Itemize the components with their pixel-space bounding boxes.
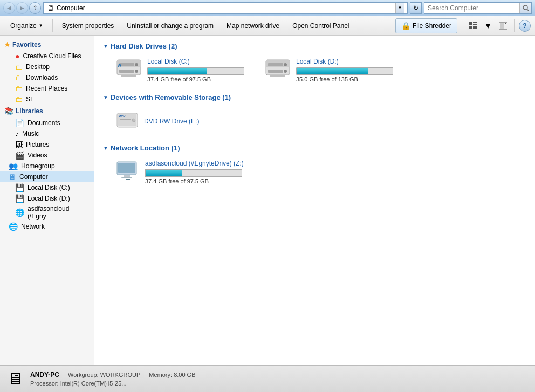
status-computer-icon: 🖥 <box>6 369 24 389</box>
pictures-label: Pictures <box>26 141 49 148</box>
drive-d-name: Local Disk (D:) <box>296 58 393 65</box>
favorites-star-icon: ★ <box>4 41 10 49</box>
svg-rect-3 <box>473 22 477 23</box>
view-options-button[interactable] <box>467 19 479 32</box>
file-shredder-button[interactable]: 🔒 File Shredder <box>395 18 457 33</box>
svg-rect-10 <box>505 23 506 24</box>
view-dropdown-button[interactable]: ▼ <box>482 19 495 32</box>
drive-d-icon <box>265 58 291 80</box>
homegroup-label: Homegroup <box>21 162 55 170</box>
svg-rect-30 <box>120 119 131 120</box>
network-section-title: Network Location (1) <box>111 144 180 152</box>
address-dropdown-button[interactable]: ▼ <box>395 3 404 13</box>
network-label: Network <box>21 223 45 230</box>
map-network-button[interactable]: Map network drive <box>221 18 285 33</box>
sidebar-item-local-d[interactable]: 💾 Local Disk (D:) <box>0 193 94 204</box>
sidebar-item-egny[interactable]: 🌐 asdfasoncloud (\Egny <box>0 204 94 221</box>
downloads-folder-icon: 🗀 <box>15 73 23 82</box>
documents-icon: 📄 <box>15 119 24 127</box>
removable-section-header[interactable]: ▼ Devices with Removable Storage (1) <box>103 91 526 105</box>
homegroup-icon: 👥 <box>9 162 18 170</box>
svg-rect-23 <box>268 63 283 66</box>
up-button[interactable]: ⇧ <box>29 2 41 14</box>
open-control-panel-button[interactable]: Open Control Panel <box>286 18 355 33</box>
svg-rect-37 <box>121 177 132 178</box>
drive-c-icon: W <box>116 58 142 80</box>
preview-button[interactable] <box>497 19 510 32</box>
sidebar-item-local-c[interactable]: 💾 Local Disk (C:) <box>0 182 94 193</box>
downloads-label: Downloads <box>26 74 58 81</box>
desktop-folder-icon: 🗀 <box>15 63 23 71</box>
sidebar-item-downloads[interactable]: 🗀 Downloads <box>0 72 94 83</box>
sidebar-libraries-header[interactable]: 📚 Libraries <box>0 105 94 118</box>
forward-button[interactable]: ▶ <box>16 2 28 14</box>
hard-disk-section-header[interactable]: ▼ Hard Disk Drives (2) <box>103 40 526 53</box>
toolbar-right: 🔒 File Shredder ▼ ? <box>395 18 531 33</box>
recent-places-label: Recent Places <box>26 85 67 92</box>
sidebar-item-documents[interactable]: 📄 Documents <box>0 118 94 128</box>
svg-rect-35 <box>118 163 135 173</box>
sidebar-item-homegroup[interactable]: 👥 Homegroup <box>0 161 94 171</box>
organize-label: Organize <box>10 22 37 30</box>
egny-label: asdfasoncloud (\Egny <box>28 205 90 220</box>
system-properties-button[interactable]: System properties <box>56 18 120 33</box>
uninstall-button[interactable]: Uninstall or change a program <box>121 18 220 33</box>
favorites-label: Favorites <box>12 41 41 49</box>
local-c-icon: 💾 <box>15 183 24 192</box>
search-bar[interactable] <box>424 2 532 14</box>
sidebar-item-pictures[interactable]: 🖼 Pictures <box>0 139 94 150</box>
dvd-drive-item[interactable]: DVD DVD RW Drive (E:) <box>114 107 276 135</box>
svg-point-32 <box>132 119 135 122</box>
svg-point-15 <box>135 63 138 66</box>
main-area: ★ Favorites ● Creative Cloud Files 🗀 Des… <box>0 36 535 365</box>
pictures-icon: 🖼 <box>15 140 23 149</box>
removable-arrow: ▼ <box>103 94 108 100</box>
sidebar-item-music[interactable]: ♪ Music <box>0 128 94 139</box>
svg-text:DVD: DVD <box>119 114 126 118</box>
help-button[interactable]: ? <box>519 20 531 32</box>
svg-text:W: W <box>118 64 121 67</box>
sidebar-item-videos[interactable]: 🎬 Videos <box>0 150 94 161</box>
drive-c-progress-container <box>147 67 244 75</box>
network-drive-name: asdfasoncloud (\\EgnyteDrive) (Z:) <box>145 160 244 167</box>
svg-rect-4 <box>473 24 477 25</box>
drive-d-item[interactable]: Local Disk (D:) 35.0 GB free of 135 GB <box>263 56 403 85</box>
dvd-name: DVD RW Drive (E:) <box>144 118 199 125</box>
sidebar-item-network[interactable]: 🌐 Network <box>0 221 94 232</box>
si-folder-icon: 🗀 <box>15 95 23 104</box>
drive-c-info: Local Disk (C:) 37.4 GB free of 97.5 GB <box>147 58 244 82</box>
sidebar-item-recent-places[interactable]: 🗀 Recent Places <box>0 83 94 94</box>
videos-icon: 🎬 <box>15 151 24 160</box>
removable-section-title: Devices with Removable Storage (1) <box>111 93 231 101</box>
sidebar-item-si[interactable]: 🗀 SI <box>0 94 94 105</box>
creative-cloud-label: Creative Cloud Files <box>23 52 81 60</box>
refresh-button[interactable]: ↻ <box>410 2 422 14</box>
sidebar-item-creative-cloud[interactable]: ● Creative Cloud Files <box>0 51 94 61</box>
svg-rect-25 <box>268 70 283 73</box>
search-icon <box>523 5 529 11</box>
drive-d-progress-container <box>296 67 393 75</box>
status-memory: Memory: 8.00 GB <box>149 372 195 378</box>
sidebar-favorites-header[interactable]: ★ Favorites <box>0 39 94 51</box>
organize-button[interactable]: Organize ▼ <box>4 18 49 33</box>
hard-disk-section-title: Hard Disk Drives (2) <box>111 42 177 50</box>
status-computer-name: ANDY-PC <box>30 371 59 379</box>
svg-rect-33 <box>120 122 131 122</box>
search-button[interactable] <box>519 3 531 13</box>
search-input[interactable] <box>424 4 519 12</box>
network-drive-item[interactable]: asdfasoncloud (\\EgnyteDrive) (Z:) 37.4 … <box>114 157 286 187</box>
drive-c-item[interactable]: W Local Disk (C:) 37.4 GB free of 97.5 G… <box>114 56 254 85</box>
title-bar: ◀ ▶ ⇧ 🖥 Computer ▼ ↻ <box>0 0 535 16</box>
sidebar-item-computer[interactable]: 🖥 Computer <box>0 171 94 182</box>
nav-buttons: ◀ ▶ ⇧ <box>3 2 41 14</box>
dvd-section: DVD DVD RW Drive (E:) <box>103 105 526 142</box>
status-bar: 🖥 ANDY-PC Workgroup: WORKGROUP Memory: 8… <box>0 365 535 392</box>
address-bar[interactable]: 🖥 Computer ▼ <box>43 2 408 14</box>
drive-c-progress-fill <box>148 68 207 74</box>
sidebar-item-desktop[interactable]: 🗀 Desktop <box>0 61 94 72</box>
svg-line-1 <box>527 9 529 11</box>
network-drive-space: 37.4 GB free of 97.5 GB <box>145 178 244 184</box>
back-button[interactable]: ◀ <box>3 2 15 14</box>
status-processor: Processor: Intel(R) Core(TM) i5-25... <box>30 380 126 387</box>
network-section-header[interactable]: ▼ Network Location (1) <box>103 142 526 155</box>
